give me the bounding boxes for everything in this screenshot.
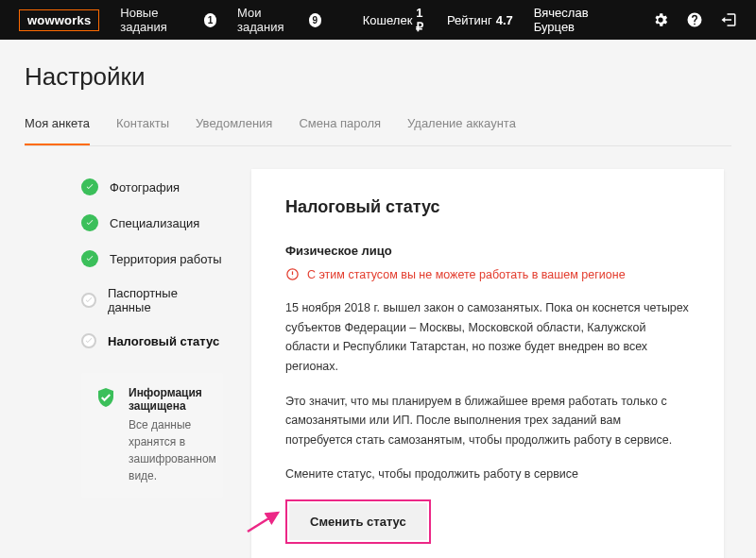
nav-my-tasks-badge: 9 (309, 13, 321, 27)
panel-heading: Налоговый статус (285, 197, 690, 217)
wallet-value: 1 ₽ (416, 6, 426, 34)
tab-password[interactable]: Смена пароля (299, 116, 381, 145)
info-protected-title: Информация защищена (129, 386, 216, 413)
annotation-highlight: Сменить статус (285, 499, 431, 544)
tab-notifications[interactable]: Уведомления (196, 116, 272, 145)
info-protected-box: Информация защищена Все данные хранятся … (81, 373, 223, 498)
wallet[interactable]: Кошелек 1 ₽ (363, 6, 426, 34)
wallet-label: Кошелек (363, 13, 413, 27)
step-label: Специализация (110, 216, 199, 230)
step-territory[interactable]: Территория работы (81, 241, 223, 277)
side-steps: Фотография Специализация Территория рабо… (25, 169, 223, 498)
nav-new-tasks[interactable]: Новые задания 1 (120, 6, 216, 34)
tax-status-panel: Налоговый статус Физическое лицо С этим … (251, 169, 724, 558)
panel-p1: 15 ноября 2018 г. вышел закон о самозаня… (285, 298, 690, 377)
nav-new-tasks-label: Новые задания (120, 6, 198, 34)
check-icon (81, 250, 98, 267)
logo[interactable]: wowworks (19, 9, 99, 31)
rating-label: Рейтинг (447, 13, 492, 27)
nav-my-tasks[interactable]: Мои задания 9 (237, 6, 321, 34)
step-label: Налоговый статус (108, 334, 219, 348)
tab-profile[interactable]: Моя анкета (25, 116, 90, 145)
step-tax-status[interactable]: Налоговый статус (81, 324, 223, 358)
panel-p2: Это значит, что мы планируем в ближайшее… (285, 392, 690, 450)
help-icon[interactable] (686, 11, 703, 28)
username[interactable]: Вячеслав Бурцев (534, 6, 622, 34)
check-icon (81, 214, 98, 231)
check-outline-icon (81, 293, 96, 308)
check-icon (81, 178, 98, 195)
panel-p3: Смените статус, чтобы продолжить работу … (285, 465, 690, 484)
panel-subhead: Физическое лицо (285, 244, 690, 258)
step-photo[interactable]: Фотография (81, 169, 223, 205)
nav-my-tasks-label: Мои задания (237, 6, 302, 34)
tab-contacts[interactable]: Контакты (116, 116, 169, 145)
rating-value: 4.7 (496, 13, 513, 27)
nav-new-tasks-badge: 1 (204, 13, 216, 27)
change-status-button[interactable]: Сменить статус (289, 503, 427, 540)
step-specialization[interactable]: Специализация (81, 205, 223, 241)
warning-text: С этим статусом вы не можете работать в … (307, 268, 626, 281)
info-protected-body: Все данные хранятся в зашифрованном виде… (129, 416, 216, 484)
rating: Рейтинг 4.7 (447, 13, 513, 27)
gear-icon[interactable] (652, 11, 669, 28)
step-passport[interactable]: Паспортные данные (81, 277, 223, 324)
svg-line-3 (248, 513, 278, 532)
logout-icon[interactable] (720, 11, 737, 28)
tabs: Моя анкета Контакты Уведомления Смена па… (25, 116, 731, 146)
tab-delete-account[interactable]: Удаление аккаунта (407, 116, 516, 145)
step-label: Фотография (110, 180, 180, 194)
topbar: wowworks Новые задания 1 Мои задания 9 К… (0, 0, 756, 40)
step-label: Паспортные данные (108, 286, 223, 314)
check-outline-icon (81, 333, 96, 348)
step-label: Территория работы (110, 252, 222, 266)
alert-icon (285, 267, 300, 281)
region-warning: С этим статусом вы не можете работать в … (285, 267, 690, 281)
annotation-arrow-icon (246, 507, 284, 535)
page: Настройки Моя анкета Контакты Уведомлени… (0, 40, 756, 558)
shield-icon (94, 386, 117, 409)
page-title: Настройки (25, 62, 731, 92)
